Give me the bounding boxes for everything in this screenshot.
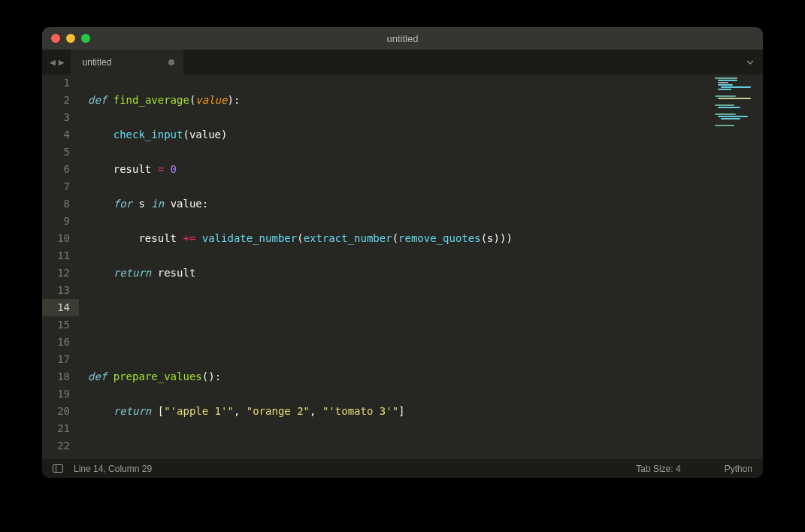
tab-label: untitled [83, 57, 112, 68]
line-number: 10 [42, 230, 79, 247]
minimap-line [721, 86, 751, 88]
code-line[interactable] [88, 437, 710, 455]
window-title: untitled [42, 33, 763, 44]
status-bar: Line 14, Column 29 Tab Size: 4 Python [42, 459, 763, 478]
line-number: 11 [42, 247, 79, 264]
minimap-line [715, 125, 734, 126]
minimap-line [715, 77, 737, 79]
traffic-lights [51, 34, 90, 43]
line-number: 13 [42, 282, 79, 299]
tab-overflow-icon[interactable] [746, 50, 763, 74]
line-number: 19 [42, 385, 79, 403]
line-number: 5 [42, 144, 79, 161]
line-number: 18 [42, 368, 79, 385]
line-number: 1 [42, 74, 79, 92]
panel-toggle-icon[interactable] [53, 464, 63, 473]
line-number: 21 [42, 420, 79, 437]
code-line[interactable] [88, 334, 710, 351]
minimap-line [718, 82, 728, 83]
line-number: 17 [42, 351, 79, 368]
line-number-gutter: 1 2 3 4 5 6 7 8 9 10 11 12 13 14 15 16 1… [42, 74, 79, 459]
minimap[interactable] [710, 74, 763, 459]
code-line[interactable]: for s in value: [88, 195, 710, 213]
line-number: 4 [42, 126, 79, 144]
code-line[interactable] [88, 299, 710, 316]
code-line[interactable]: check_input(value) [88, 126, 710, 144]
code-line[interactable]: return ["'apple 1'", "orange 2", "'tomat… [88, 403, 710, 420]
code-line[interactable]: result += validate_number(extract_number… [88, 230, 710, 247]
line-number: 22 [42, 437, 79, 455]
minimap-line [718, 84, 733, 86]
minimap-line [718, 89, 731, 90]
minimap-line [718, 80, 737, 81]
code-line[interactable]: def find_average(value): [88, 92, 710, 109]
code-line[interactable]: def prepare_values(): [88, 368, 710, 385]
line-number: 6 [42, 161, 79, 178]
minimap-line [715, 95, 736, 97]
history-nav: ◀ ▶ [42, 50, 71, 74]
minimap-line [718, 116, 748, 117]
editor-area[interactable]: 1 2 3 4 5 6 7 8 9 10 11 12 13 14 15 16 1… [42, 74, 763, 459]
forward-icon[interactable]: ▶ [59, 57, 65, 67]
titlebar: untitled [42, 27, 763, 50]
zoom-icon[interactable] [81, 34, 90, 43]
code-line[interactable]: return result [88, 264, 710, 282]
back-icon[interactable]: ◀ [50, 57, 56, 67]
code-line[interactable]: result = 0 [88, 161, 710, 178]
minimize-icon[interactable] [66, 34, 75, 43]
tab-untitled[interactable]: untitled [71, 50, 183, 74]
line-number: 8 [42, 195, 79, 213]
tab-size[interactable]: Tab Size: 4 [636, 464, 680, 474]
syntax-mode[interactable]: Python [725, 464, 752, 474]
line-number: 2 [42, 92, 79, 109]
line-number: 15 [42, 316, 79, 334]
code-content[interactable]: def find_average(value): check_input(val… [79, 74, 710, 459]
minimap-line [715, 104, 734, 106]
cursor-position[interactable]: Line 14, Column 29 [74, 464, 152, 474]
line-number: 20 [42, 403, 79, 420]
line-number: 7 [42, 178, 79, 195]
line-number: 12 [42, 264, 79, 282]
dirty-indicator-icon [168, 59, 174, 65]
line-number: 3 [42, 109, 79, 126]
line-number: 16 [42, 334, 79, 351]
line-number: 9 [42, 213, 79, 230]
minimap-line [718, 107, 740, 108]
minimap-line [721, 118, 740, 119]
minimap-line [718, 98, 751, 99]
line-number: 14 [42, 299, 79, 316]
close-icon[interactable] [51, 34, 60, 43]
editor-window: untitled ◀ ▶ untitled 1 2 3 4 5 6 7 8 9 … [42, 27, 763, 478]
minimap-line [715, 113, 736, 115]
tab-bar: ◀ ▶ untitled [42, 50, 763, 74]
